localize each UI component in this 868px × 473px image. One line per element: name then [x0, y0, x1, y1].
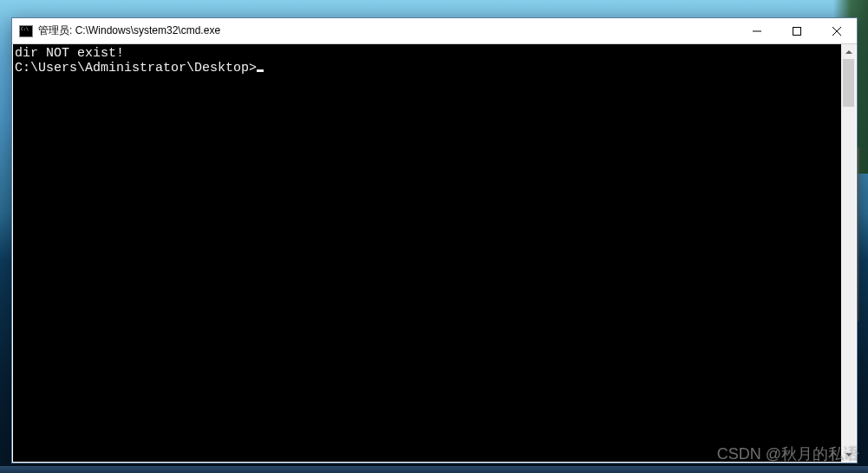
maximize-icon — [793, 27, 801, 36]
chevron-down-icon — [845, 453, 852, 457]
chevron-up-icon — [845, 50, 852, 54]
window-controls — [737, 18, 857, 43]
terminal-area[interactable]: dir NOT exist!C:\Users\Administrator\Des… — [12, 44, 857, 463]
titlebar[interactable]: 管理员: C:\Windows\system32\cmd.exe — [12, 18, 857, 44]
taskbar[interactable] — [0, 466, 868, 473]
scrollbar[interactable] — [841, 44, 856, 462]
scrollbar-up-button[interactable] — [841, 44, 856, 59]
close-icon — [832, 27, 841, 36]
cmd-window: 管理员: C:\Windows\system32\cmd.exe dir NO — [11, 17, 858, 463]
terminal-cursor — [257, 69, 264, 72]
cmd-icon — [19, 25, 33, 37]
maximize-button[interactable] — [777, 18, 817, 43]
scrollbar-track[interactable] — [841, 59, 856, 447]
minimize-icon — [753, 27, 761, 36]
scrollbar-thumb[interactable] — [843, 59, 854, 107]
close-button[interactable] — [817, 18, 857, 43]
terminal-line: dir NOT exist! — [15, 46, 841, 61]
terminal-prompt: C:\Users\Administrator\Desktop> — [15, 61, 257, 76]
terminal-content[interactable]: dir NOT exist!C:\Users\Administrator\Des… — [13, 44, 841, 462]
scrollbar-down-button[interactable] — [841, 447, 856, 462]
minimize-button[interactable] — [737, 18, 777, 43]
svg-rect-1 — [793, 27, 801, 35]
window-title: 管理员: C:\Windows\system32\cmd.exe — [38, 23, 737, 38]
terminal-prompt-line: C:\Users\Administrator\Desktop> — [15, 61, 841, 76]
